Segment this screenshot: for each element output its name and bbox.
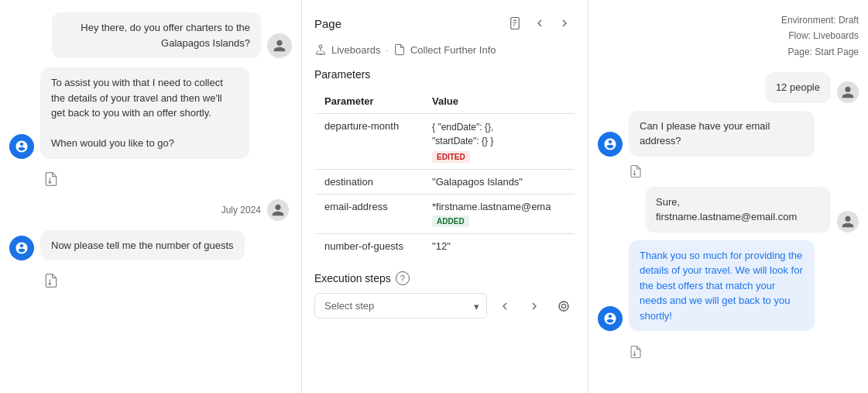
- right-bot-bubble-1: Can I please have your email address?: [629, 111, 815, 157]
- param-cell: destination: [315, 170, 424, 195]
- col-header-param: Parameter: [315, 89, 424, 114]
- right-bot-avatar-1: [598, 132, 623, 157]
- page-label: Page: Start Page: [598, 44, 859, 60]
- env-info: Environment: Draft Flow: Liveboards Page…: [598, 12, 859, 60]
- user-avatar-2: [267, 199, 289, 221]
- breadcrumb: Liveboards - Collect Further Info: [314, 43, 575, 56]
- param-cell: departure-month: [315, 114, 424, 170]
- bot-avatar-2: [9, 236, 34, 260]
- bot-bubble-1: To assist you with that I need to collec…: [40, 67, 249, 159]
- doc-icon-bot-1: [40, 168, 62, 190]
- right-user-bubble-2: Sure, firstname.lastname@email.com: [645, 187, 831, 233]
- exec-title: Execution steps ?: [314, 271, 575, 285]
- value-cell: "12": [423, 234, 575, 259]
- exec-prev-btn[interactable]: [493, 295, 516, 318]
- user-avatar-1: [267, 33, 292, 58]
- bot-bubble-2: Now please tell me the number of guests: [40, 230, 245, 261]
- flow-label: Flow: Liveboards: [598, 28, 859, 43]
- env-label: Environment: Draft: [598, 12, 859, 28]
- svg-point-15: [633, 173, 636, 175]
- exec-next-btn[interactable]: [523, 295, 546, 318]
- svg-point-2: [49, 283, 51, 285]
- params-table: Parameter Value departure-month { "endDa…: [314, 88, 575, 259]
- right-bot-bubble-2: Thank you so much for providing the deta…: [629, 240, 815, 332]
- right-panel: Environment: Draft Flow: Liveboards Page…: [588, 0, 868, 393]
- table-row: departure-month { "endDate": {},"startDa…: [315, 114, 575, 170]
- right-bot-avatar-2: [598, 306, 623, 331]
- user-bubble-1: Hey there, do you offer charters to the …: [52, 12, 261, 58]
- step-select[interactable]: Select step: [314, 293, 487, 319]
- value-text: *firstname.lastname@ema: [432, 201, 565, 212]
- help-icon[interactable]: ?: [396, 271, 410, 285]
- param-cell: email-address: [315, 195, 424, 234]
- right-chat-row-user-1: 12 people: [598, 72, 859, 103]
- exec-section: Execution steps ? Select step: [314, 271, 575, 319]
- exec-title-text: Execution steps: [314, 272, 391, 284]
- chat-row-user-1: Hey there, do you offer charters to the …: [9, 12, 292, 58]
- table-row: number-of-guests "12": [315, 234, 575, 259]
- svg-point-0: [49, 181, 51, 183]
- right-user-avatar-2: [837, 211, 859, 233]
- table-row: email-address *firstname.lastname@ema AD…: [315, 195, 575, 234]
- date-label-text: July 2024: [221, 205, 261, 215]
- bot-avatar-1: [9, 134, 34, 159]
- page-nav: [504, 12, 575, 34]
- svg-point-9: [559, 302, 568, 311]
- param-cell: number-of-guests: [315, 234, 424, 259]
- edited-badge: EDITED: [432, 151, 470, 163]
- doc-icon-bot-2: [40, 270, 62, 291]
- table-row: destination "Galapagos Islands": [315, 170, 575, 195]
- left-chat-panel: Hey there, do you offer charters to the …: [0, 0, 302, 393]
- nav-doc-icon[interactable]: [504, 12, 526, 34]
- svg-point-17: [633, 353, 636, 356]
- right-user-avatar-1: [837, 81, 859, 103]
- exec-target-btn[interactable]: [552, 295, 575, 318]
- svg-point-10: [561, 304, 565, 308]
- chat-row-bot-2: Now please tell me the number of guests: [9, 230, 292, 261]
- right-chat-row-bot-2: Thank you so much for providing the deta…: [598, 240, 859, 332]
- value-cell: *firstname.lastname@ema ADDED: [423, 195, 575, 234]
- nav-next-btn[interactable]: [554, 12, 575, 34]
- value-text: { "endDate": {},"startDate": {} }: [432, 120, 565, 148]
- col-header-value: Value: [423, 89, 575, 114]
- right-user-bubble-1: 12 people: [765, 72, 831, 103]
- exec-controls: Select step: [314, 293, 575, 319]
- params-title: Parameters: [314, 68, 575, 81]
- page-header: Page: [314, 12, 575, 34]
- right-chat-row-user-2: Sure, firstname.lastname@email.com: [598, 187, 859, 233]
- middle-panel: Page Liveboards - Collect Further Info P…: [302, 0, 588, 393]
- date-row: July 2024: [9, 199, 292, 221]
- breadcrumb-page: Collect Further Info: [410, 44, 496, 56]
- right-chat-row-bot-1: Can I please have your email address?: [598, 111, 859, 157]
- page-title: Page: [314, 17, 341, 30]
- breadcrumb-separator: -: [386, 44, 389, 56]
- breadcrumb-flow: Liveboards: [331, 44, 381, 56]
- chat-row-bot-1: To assist you with that I need to collec…: [9, 67, 292, 159]
- nav-prev-btn[interactable]: [529, 12, 551, 34]
- svg-point-8: [319, 45, 322, 48]
- doc-icon-right-1: [629, 164, 859, 181]
- value-cell: { "endDate": {},"startDate": {} } EDITED: [423, 114, 575, 170]
- step-select-wrap[interactable]: Select step: [314, 293, 487, 319]
- svg-rect-4: [511, 18, 520, 29]
- doc-icon-right-2: [629, 345, 859, 361]
- added-badge: ADDED: [432, 215, 469, 227]
- value-cell: "Galapagos Islands": [423, 170, 575, 195]
